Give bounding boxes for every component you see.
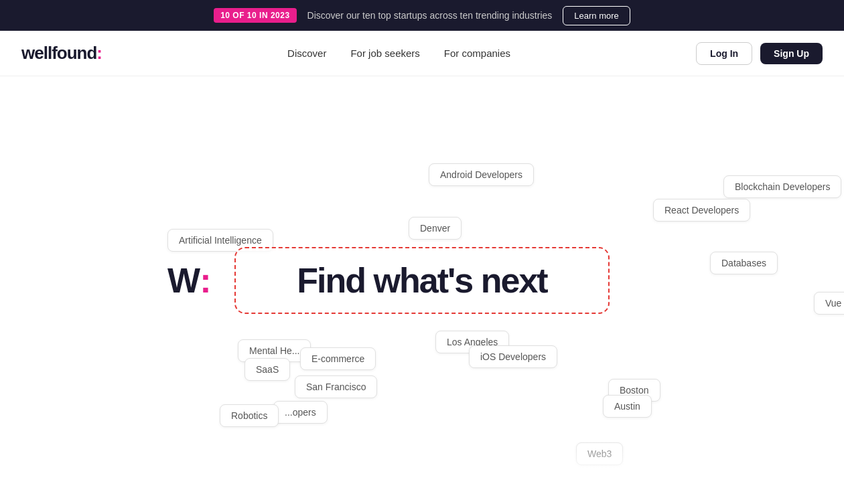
floating-tag-vue[interactable]: Vue xyxy=(814,292,844,315)
floating-tag-robotics[interactable]: Robotics xyxy=(220,404,279,427)
navbar: wellfound: Discover For job seekers For … xyxy=(0,31,844,76)
floating-tag-developers[interactable]: ...opers xyxy=(273,401,328,424)
nav-job-seekers[interactable]: For job seekers xyxy=(350,48,419,59)
floating-tag-android-developers[interactable]: Android Developers xyxy=(429,163,534,186)
hero-logo-colon: : xyxy=(200,261,211,300)
hero-fade xyxy=(0,431,844,485)
floating-tag-blockchain-developers[interactable]: Blockchain Developers xyxy=(723,175,841,198)
banner-badge: 10 OF 10 IN 2023 xyxy=(214,8,296,23)
floating-tag-denver[interactable]: Denver xyxy=(409,217,462,240)
hero-headline: Find what's next xyxy=(297,260,547,301)
floating-tag-ios-developers[interactable]: iOS Developers xyxy=(469,345,557,368)
banner-text: Discover our ten top startups across ten… xyxy=(307,10,553,21)
nav-discover[interactable]: Discover xyxy=(287,48,326,59)
announcement-banner: 10 OF 10 IN 2023 Discover our ten top st… xyxy=(0,0,844,31)
floating-tag-austin[interactable]: Austin xyxy=(603,395,652,418)
nav-companies[interactable]: For companies xyxy=(444,48,510,59)
floating-tag-databases[interactable]: Databases xyxy=(710,252,778,274)
login-button[interactable]: Log In xyxy=(696,42,752,65)
search-box[interactable]: Find what's next xyxy=(234,247,610,314)
hero-section: W: Find what's next Android DevelopersBl… xyxy=(0,76,844,485)
logo[interactable]: wellfound: xyxy=(21,43,102,64)
nav-actions: Log In Sign Up xyxy=(696,42,823,65)
floating-tag-ecommerce[interactable]: E-commerce xyxy=(300,347,376,370)
nav-links: Discover For job seekers For companies xyxy=(287,48,510,60)
floating-tag-san-francisco[interactable]: San Francisco xyxy=(295,375,377,398)
floating-tag-react-developers[interactable]: React Developers xyxy=(653,199,750,222)
hero-logo: W: xyxy=(167,260,211,301)
floating-tag-saas[interactable]: SaaS xyxy=(244,358,290,381)
logo-colon: : xyxy=(96,43,102,63)
learn-more-button[interactable]: Learn more xyxy=(563,6,630,25)
signup-button[interactable]: Sign Up xyxy=(760,43,823,64)
